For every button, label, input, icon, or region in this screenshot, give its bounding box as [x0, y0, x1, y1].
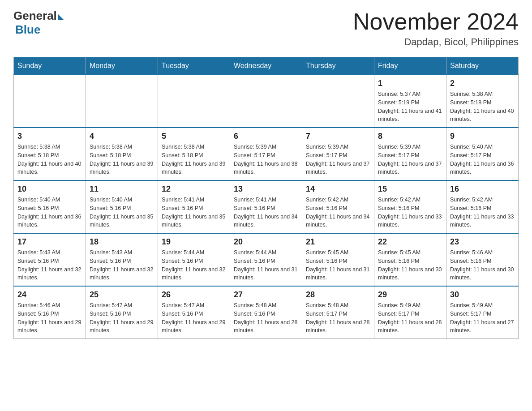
day-number: 28 [306, 290, 370, 300]
day-info: Sunrise: 5:43 AMSunset: 5:16 PMDaylight:… [90, 248, 154, 282]
day-of-week-header: Tuesday [158, 57, 230, 75]
calendar-cell: 4Sunrise: 5:38 AMSunset: 5:18 PMDaylight… [86, 128, 158, 180]
calendar-cell: 19Sunrise: 5:44 AMSunset: 5:16 PMDayligh… [158, 233, 230, 286]
day-number: 8 [378, 132, 442, 141]
day-of-week-header: Sunday [14, 57, 86, 75]
day-info: Sunrise: 5:44 AMSunset: 5:16 PMDaylight:… [234, 248, 298, 282]
day-number: 3 [17, 132, 82, 141]
calendar-cell: 3Sunrise: 5:38 AMSunset: 5:18 PMDaylight… [14, 128, 86, 180]
calendar-week-row: 10Sunrise: 5:40 AMSunset: 5:16 PMDayligh… [14, 180, 519, 233]
day-info: Sunrise: 5:39 AMSunset: 5:17 PMDaylight:… [306, 143, 370, 176]
logo-arrow-icon [58, 14, 64, 20]
day-info: Sunrise: 5:43 AMSunset: 5:16 PMDaylight:… [17, 248, 82, 282]
day-info: Sunrise: 5:42 AMSunset: 5:16 PMDaylight:… [450, 196, 515, 229]
calendar-cell: 7Sunrise: 5:39 AMSunset: 5:17 PMDaylight… [302, 128, 374, 180]
day-number: 6 [234, 132, 298, 141]
calendar-cell: 26Sunrise: 5:47 AMSunset: 5:16 PMDayligh… [158, 286, 230, 339]
day-info: Sunrise: 5:46 AMSunset: 5:16 PMDaylight:… [17, 301, 82, 335]
calendar-table: SundayMondayTuesdayWednesdayThursdayFrid… [13, 57, 519, 339]
calendar-cell: 13Sunrise: 5:41 AMSunset: 5:16 PMDayligh… [230, 180, 302, 233]
calendar-cell [158, 75, 230, 128]
calendar-week-row: 3Sunrise: 5:38 AMSunset: 5:18 PMDaylight… [14, 128, 519, 180]
calendar-cell: 27Sunrise: 5:48 AMSunset: 5:16 PMDayligh… [230, 286, 302, 339]
calendar-cell: 21Sunrise: 5:45 AMSunset: 5:16 PMDayligh… [302, 233, 374, 286]
day-number: 30 [450, 290, 515, 300]
calendar-cell: 6Sunrise: 5:39 AMSunset: 5:17 PMDaylight… [230, 128, 302, 180]
day-number: 10 [17, 184, 82, 194]
calendar-week-row: 24Sunrise: 5:46 AMSunset: 5:16 PMDayligh… [14, 286, 519, 339]
day-number: 26 [162, 290, 226, 300]
day-number: 12 [162, 184, 226, 194]
day-number: 22 [378, 237, 442, 247]
calendar-cell: 17Sunrise: 5:43 AMSunset: 5:16 PMDayligh… [14, 233, 86, 286]
logo-general-text: General [13, 9, 57, 23]
calendar-cell: 28Sunrise: 5:48 AMSunset: 5:17 PMDayligh… [302, 286, 374, 339]
day-number: 18 [90, 237, 154, 247]
day-info: Sunrise: 5:48 AMSunset: 5:16 PMDaylight:… [234, 301, 298, 335]
day-info: Sunrise: 5:41 AMSunset: 5:16 PMDaylight:… [162, 196, 226, 229]
day-info: Sunrise: 5:47 AMSunset: 5:16 PMDaylight:… [90, 301, 154, 335]
calendar-cell: 10Sunrise: 5:40 AMSunset: 5:16 PMDayligh… [14, 180, 86, 233]
day-info: Sunrise: 5:49 AMSunset: 5:17 PMDaylight:… [378, 301, 442, 335]
day-info: Sunrise: 5:44 AMSunset: 5:16 PMDaylight:… [162, 248, 226, 282]
location-text: Dapdap, Bicol, Philippines [353, 36, 519, 48]
day-number: 15 [378, 184, 442, 194]
title-section: November 2024 Dapdap, Bicol, Philippines [353, 9, 519, 48]
day-info: Sunrise: 5:39 AMSunset: 5:17 PMDaylight:… [234, 143, 298, 176]
calendar-cell: 2Sunrise: 5:38 AMSunset: 5:18 PMDaylight… [446, 75, 519, 128]
day-number: 29 [378, 290, 442, 300]
calendar-week-row: 17Sunrise: 5:43 AMSunset: 5:16 PMDayligh… [14, 233, 519, 286]
day-number: 19 [162, 237, 226, 247]
calendar-cell: 20Sunrise: 5:44 AMSunset: 5:16 PMDayligh… [230, 233, 302, 286]
logo: General Blue [13, 9, 64, 37]
day-number: 1 [378, 79, 442, 88]
calendar-cell [230, 75, 302, 128]
day-info: Sunrise: 5:40 AMSunset: 5:16 PMDaylight:… [90, 196, 154, 229]
day-info: Sunrise: 5:45 AMSunset: 5:16 PMDaylight:… [378, 248, 442, 282]
day-number: 25 [90, 290, 154, 300]
day-info: Sunrise: 5:46 AMSunset: 5:16 PMDaylight:… [450, 248, 515, 282]
day-number: 14 [306, 184, 370, 194]
calendar-cell: 23Sunrise: 5:46 AMSunset: 5:16 PMDayligh… [446, 233, 519, 286]
calendar-cell: 5Sunrise: 5:38 AMSunset: 5:18 PMDaylight… [158, 128, 230, 180]
day-number: 16 [450, 184, 515, 194]
day-info: Sunrise: 5:40 AMSunset: 5:17 PMDaylight:… [450, 143, 515, 176]
day-info: Sunrise: 5:41 AMSunset: 5:16 PMDaylight:… [234, 196, 298, 229]
calendar-cell: 22Sunrise: 5:45 AMSunset: 5:16 PMDayligh… [374, 233, 446, 286]
calendar-cell: 11Sunrise: 5:40 AMSunset: 5:16 PMDayligh… [86, 180, 158, 233]
calendar-cell [302, 75, 374, 128]
day-of-week-header: Friday [374, 57, 446, 75]
calendar-cell: 25Sunrise: 5:47 AMSunset: 5:16 PMDayligh… [86, 286, 158, 339]
page-header: General Blue November 2024 Dapdap, Bicol… [13, 9, 519, 48]
day-number: 5 [162, 132, 226, 141]
day-of-week-header: Wednesday [230, 57, 302, 75]
day-info: Sunrise: 5:48 AMSunset: 5:17 PMDaylight:… [306, 301, 370, 335]
day-info: Sunrise: 5:47 AMSunset: 5:16 PMDaylight:… [162, 301, 226, 335]
day-number: 2 [450, 79, 515, 88]
calendar-cell: 30Sunrise: 5:49 AMSunset: 5:17 PMDayligh… [446, 286, 519, 339]
calendar-cell: 29Sunrise: 5:49 AMSunset: 5:17 PMDayligh… [374, 286, 446, 339]
day-info: Sunrise: 5:38 AMSunset: 5:18 PMDaylight:… [450, 90, 515, 124]
day-info: Sunrise: 5:38 AMSunset: 5:18 PMDaylight:… [17, 143, 82, 176]
calendar-cell [86, 75, 158, 128]
calendar-cell: 15Sunrise: 5:42 AMSunset: 5:16 PMDayligh… [374, 180, 446, 233]
calendar-cell: 24Sunrise: 5:46 AMSunset: 5:16 PMDayligh… [14, 286, 86, 339]
day-number: 27 [234, 290, 298, 300]
day-number: 20 [234, 237, 298, 247]
day-number: 11 [90, 184, 154, 194]
day-of-week-header: Thursday [302, 57, 374, 75]
day-number: 7 [306, 132, 370, 141]
calendar-week-row: 1Sunrise: 5:37 AMSunset: 5:19 PMDaylight… [14, 75, 519, 128]
day-number: 17 [17, 237, 82, 247]
day-info: Sunrise: 5:39 AMSunset: 5:17 PMDaylight:… [378, 143, 442, 176]
day-number: 23 [450, 237, 515, 247]
day-number: 9 [450, 132, 515, 141]
logo-blue-text: Blue [15, 23, 40, 37]
calendar-header-row: SundayMondayTuesdayWednesdayThursdayFrid… [14, 57, 519, 75]
day-info: Sunrise: 5:40 AMSunset: 5:16 PMDaylight:… [17, 196, 82, 229]
day-number: 21 [306, 237, 370, 247]
day-info: Sunrise: 5:42 AMSunset: 5:16 PMDaylight:… [306, 196, 370, 229]
calendar-cell: 1Sunrise: 5:37 AMSunset: 5:19 PMDaylight… [374, 75, 446, 128]
day-info: Sunrise: 5:38 AMSunset: 5:18 PMDaylight:… [162, 143, 226, 176]
day-info: Sunrise: 5:49 AMSunset: 5:17 PMDaylight:… [450, 301, 515, 335]
